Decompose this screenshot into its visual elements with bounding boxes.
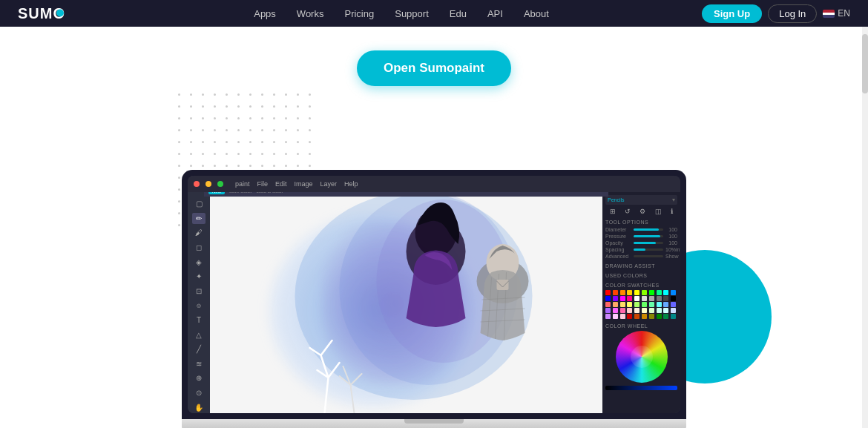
color-swatch[interactable] [671,314,676,319]
laptop-base [182,419,686,428]
color-swatch[interactable] [620,302,625,307]
color-swatch[interactable] [634,308,640,313]
settings-panel-icon[interactable]: ⚙ [640,208,645,215]
color-swatch[interactable] [613,296,618,301]
clone-tool[interactable]: ⊕ [192,372,206,384]
pencil-tool[interactable]: ✏ [192,213,206,225]
nav-pricing[interactable]: Pricing [344,8,374,19]
nav-works[interactable]: Works [297,8,324,19]
color-swatch[interactable] [663,290,668,295]
color-swatch[interactable] [627,290,632,295]
color-swatch[interactable] [663,296,668,301]
fill-tool[interactable]: ◈ [192,256,206,268]
slider-track-4[interactable] [634,255,663,257]
slider-row: Pressure 100 [605,234,677,239]
color-swatch[interactable] [642,314,647,319]
nav-about[interactable]: About [524,8,549,19]
slider-track-2[interactable] [634,242,663,244]
color-swatch[interactable] [627,296,632,301]
color-swatch[interactable] [634,290,640,295]
color-swatch[interactable] [627,302,632,307]
color-swatch[interactable] [627,314,632,319]
menu-layer[interactable]: Layer [320,180,338,188]
nav-apps[interactable]: Apps [254,8,276,19]
color-swatch[interactable] [613,302,618,307]
zoom-tool[interactable]: ⊙ [192,387,206,399]
color-swatch[interactable] [634,296,640,301]
line-tool[interactable]: ╱ [192,343,206,355]
color-swatch[interactable] [663,314,668,319]
login-button[interactable]: Log In [768,4,817,23]
color-swatch[interactable] [613,290,618,295]
slider-track-1[interactable] [634,235,663,237]
shape-tool[interactable]: △ [192,329,206,340]
color-swatch[interactable] [605,314,611,319]
text-tool[interactable]: T [192,315,206,326]
color-swatch[interactable] [657,308,662,313]
slider-track-3[interactable] [634,248,663,251]
view-icon[interactable]: ◫ [655,208,662,215]
open-sumopaint-button[interactable]: Open Sumopaint [357,50,511,86]
color-swatch[interactable] [649,308,654,313]
color-swatch[interactable] [620,296,625,301]
color-swatch[interactable] [657,296,662,301]
color-swatch[interactable] [613,314,618,319]
eraser-tool[interactable]: ◻ [192,242,206,254]
layer-icon[interactable]: ⊞ [610,208,616,215]
color-swatch[interactable] [642,302,647,307]
color-swatch[interactable] [649,296,654,301]
color-swatch[interactable] [605,296,611,301]
slider-track-0[interactable] [634,228,663,231]
color-swatch[interactable] [657,314,662,319]
color-bar[interactable] [605,386,677,390]
menu-help[interactable]: Help [344,180,358,188]
color-swatch[interactable] [627,308,632,313]
color-swatch[interactable] [671,296,676,301]
nav-support[interactable]: Support [395,8,429,19]
color-swatch[interactable] [642,290,647,295]
nav-edu[interactable]: Edu [450,8,467,19]
color-swatch[interactable] [671,302,676,307]
signup-button[interactable]: Sign Up [702,4,762,23]
info-icon[interactable]: ℹ [671,208,673,215]
panel-expand-icon[interactable]: ▾ [672,197,675,203]
brush-type-label[interactable]: Pencils [608,197,625,203]
page-scrollbar[interactable] [862,27,868,428]
cursor-tool[interactable]: ▢ [192,198,206,210]
color-swatch[interactable] [605,308,611,313]
color-swatch[interactable] [605,302,611,307]
menu-image[interactable]: Image [295,180,313,188]
language-selector[interactable]: EN [823,8,850,19]
color-swatch[interactable] [649,302,654,307]
select-tool[interactable]: ⊡ [192,286,206,297]
color-swatch[interactable] [620,290,625,295]
color-swatch[interactable] [649,314,654,319]
color-swatch[interactable] [642,296,647,301]
color-swatch[interactable] [613,308,618,313]
hand-tool[interactable]: ✋ [192,401,206,413]
color-swatch[interactable] [642,308,647,313]
nav-api[interactable]: API [487,8,503,19]
color-swatch[interactable] [605,290,611,295]
color-swatch[interactable] [620,314,625,319]
smudge-tool[interactable]: ≋ [192,358,206,370]
color-swatch[interactable] [620,308,625,313]
menu-paint[interactable]: paint [235,180,250,188]
color-swatch[interactable] [657,290,662,295]
dot [214,165,216,167]
menu-edit[interactable]: Edit [275,180,287,188]
lasso-tool[interactable]: ⌾ [192,300,206,312]
color-swatch[interactable] [649,290,654,295]
color-swatch[interactable] [671,290,676,295]
color-swatch[interactable] [634,302,640,307]
color-wheel[interactable] [616,331,668,383]
brush-tool[interactable]: 🖌 [192,227,206,239]
color-swatch[interactable] [663,302,668,307]
color-swatch[interactable] [671,308,676,313]
history-icon[interactable]: ↺ [625,208,631,215]
color-swatch[interactable] [657,302,662,307]
color-swatch[interactable] [634,314,640,319]
eyedropper-tool[interactable]: ✦ [192,271,206,283]
menu-file[interactable]: File [257,180,269,188]
color-swatch[interactable] [663,308,668,313]
